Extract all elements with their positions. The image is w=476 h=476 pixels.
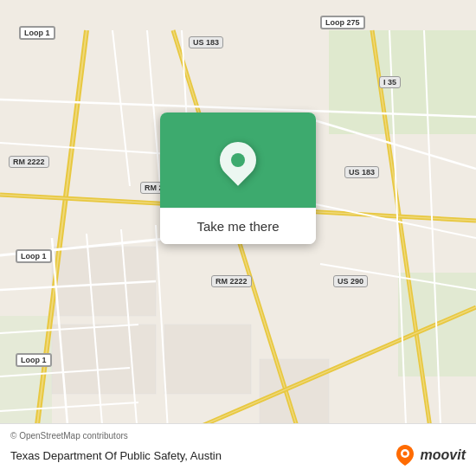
label-us183-mid: US 183 xyxy=(344,166,379,178)
label-us183-top: US 183 xyxy=(189,36,223,48)
svg-point-38 xyxy=(402,452,407,456)
pin-inner xyxy=(228,151,248,170)
take-me-there-button[interactable]: Take me there xyxy=(160,208,316,244)
location-name: Texas Department Of Public Safety, Austi… xyxy=(10,449,393,462)
label-i35: I 35 xyxy=(379,76,401,88)
popup-card: Take me there xyxy=(160,113,316,244)
svg-rect-5 xyxy=(52,325,156,394)
label-loop275: Loop 275 xyxy=(320,16,365,29)
bottom-bar: © OpenStreetMap contributors Texas Depar… xyxy=(0,423,476,476)
attribution-text: © OpenStreetMap contributors xyxy=(10,431,466,441)
label-loop1-mid: Loop 1 xyxy=(16,249,52,263)
popup-map-section xyxy=(160,113,316,208)
moovit-logo: moovit xyxy=(393,443,466,467)
moovit-icon xyxy=(393,443,417,467)
label-loop1-bot: Loop 1 xyxy=(16,353,52,367)
label-loop1-top: Loop 1 xyxy=(19,26,55,40)
label-rm2222-left: RM 2222 xyxy=(9,156,49,168)
svg-rect-6 xyxy=(164,325,251,394)
label-us290: US 290 xyxy=(333,275,368,287)
svg-rect-1 xyxy=(329,30,476,134)
label-rm2222-bottom: RM 2222 xyxy=(211,275,252,287)
map-container: Loop 275 Loop 1 US 183 I 35 RM 2222 RM 2… xyxy=(0,0,476,476)
moovit-text: moovit xyxy=(421,447,466,463)
location-pin xyxy=(212,134,263,185)
